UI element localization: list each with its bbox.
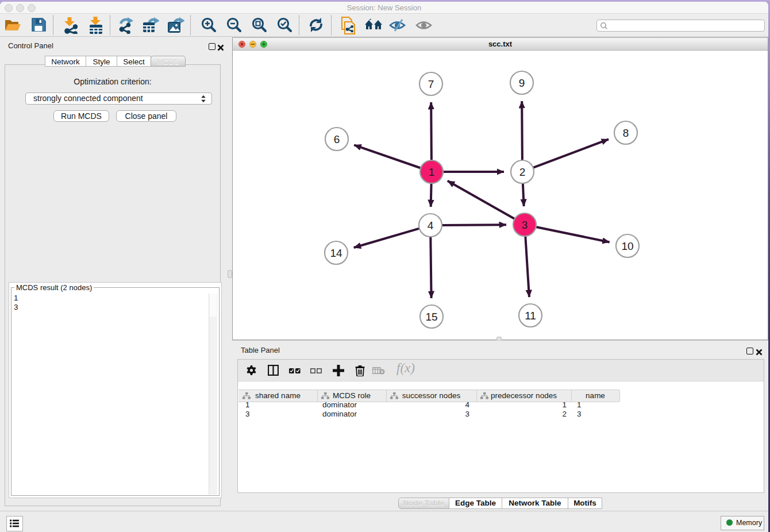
svg-text:9: 9 (519, 77, 525, 89)
svg-text:11: 11 (525, 310, 536, 322)
svg-text:4: 4 (428, 219, 434, 232)
svg-text:10: 10 (621, 240, 633, 252)
svg-text:15: 15 (425, 311, 437, 323)
svg-text:2: 2 (519, 166, 526, 178)
svg-text:3: 3 (522, 219, 528, 231)
svg-text:6: 6 (334, 133, 340, 145)
svg-text:14: 14 (330, 247, 342, 259)
svg-text:7: 7 (428, 78, 434, 90)
svg-text:8: 8 (623, 127, 629, 139)
svg-text:1: 1 (429, 166, 435, 178)
